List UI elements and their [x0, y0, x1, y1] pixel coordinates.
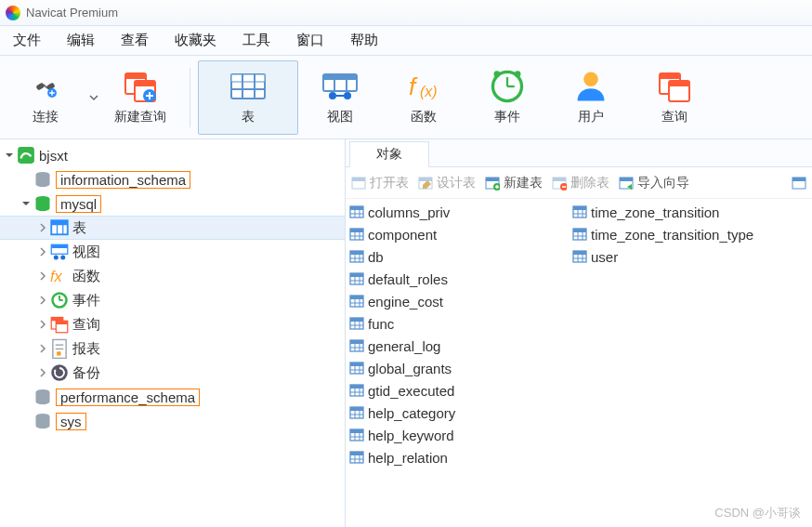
table-item[interactable]: columns_priv	[349, 201, 572, 223]
toolbar-user[interactable]: 用户	[549, 60, 633, 135]
objbar-open[interactable]: 打开表	[351, 175, 409, 191]
tree-sub-event[interactable]: 事件	[0, 288, 345, 312]
toolbar-table[interactable]: 表	[198, 60, 298, 135]
svg-rect-10	[231, 74, 265, 82]
table-item[interactable]: time_zone_transition_type	[572, 223, 753, 245]
toolbar-view[interactable]: 视图	[298, 60, 382, 135]
svg-rect-60	[352, 178, 365, 181]
dropdown-icon[interactable]	[89, 93, 98, 102]
table-item[interactable]: engine_cost	[349, 290, 572, 312]
svg-rect-0	[35, 82, 45, 90]
tree-db-sys-label: sys	[56, 413, 86, 430]
table-item[interactable]: component	[349, 223, 572, 245]
toolbar-new-query[interactable]: 新建查询	[98, 60, 182, 135]
tree-db-mysql-label: mysql	[56, 195, 101, 213]
toolbar-event[interactable]: 事件	[465, 60, 549, 135]
objbar-design-label: 设计表	[437, 175, 476, 191]
collapse-icon	[5, 151, 14, 160]
table-item-label: general_log	[368, 338, 440, 354]
table-icon	[50, 219, 69, 236]
tree-db-sys[interactable]: sys	[0, 409, 345, 433]
tree-db-info[interactable]: information_schema	[0, 167, 345, 191]
watermark: CSDN @小哥谈	[714, 505, 801, 521]
table-item[interactable]: default_roles	[349, 268, 572, 290]
tree-connection[interactable]: bjsxt	[0, 143, 345, 167]
objbar-delete[interactable]: 删除表	[552, 175, 609, 191]
query-icon	[50, 315, 69, 334]
toolbar-new-query-label: 新建查询	[114, 109, 166, 125]
table-item[interactable]: gtid_executed	[349, 379, 572, 402]
tree-db-mysql[interactable]: mysql	[0, 191, 345, 216]
toolbar-connect[interactable]: 连接	[4, 60, 87, 135]
database-icon	[33, 170, 52, 189]
menu-file[interactable]: 文件	[0, 32, 54, 49]
table-item[interactable]: user	[572, 245, 753, 268]
svg-rect-100	[350, 318, 363, 322]
tree-db-perf[interactable]: performance_schema	[0, 385, 345, 409]
table-item[interactable]: time_zone_transition	[572, 201, 753, 223]
svg-rect-120	[350, 407, 363, 411]
clock-icon	[489, 68, 526, 105]
toolbar-connect-label: 连接	[33, 109, 59, 125]
svg-rect-71	[620, 178, 633, 181]
main-area: bjsxt information_schema mysql 表 视图 fx 函…	[0, 139, 812, 527]
svg-text:f: f	[409, 72, 418, 100]
object-list: columns_privcomponentdbdefault_rolesengi…	[346, 199, 812, 527]
tree-db-perf-label: performance_schema	[56, 389, 200, 406]
table-item[interactable]: func	[349, 312, 572, 335]
toolbar-function[interactable]: f (x) 函数	[382, 60, 465, 135]
svg-rect-145	[573, 251, 586, 255]
svg-rect-80	[350, 229, 363, 232]
objbar-design[interactable]: 设计表	[418, 175, 476, 191]
tree-sub-query-label: 查询	[72, 316, 100, 334]
menu-view[interactable]: 查看	[108, 32, 162, 49]
expand-icon	[38, 271, 47, 281]
toolbar-query-label: 查询	[661, 109, 688, 125]
table-item-label: time_zone_transition_type	[591, 227, 753, 243]
objbar-import[interactable]: 导入向导	[619, 175, 689, 191]
table-item[interactable]: help_keyword	[349, 424, 572, 446]
svg-rect-90	[350, 273, 363, 277]
objbar-more[interactable]	[792, 176, 806, 191]
table-item[interactable]: global_grants	[349, 357, 572, 379]
expand-icon	[38, 247, 47, 257]
menu-window[interactable]: 窗口	[283, 32, 337, 49]
tab-objects[interactable]: 对象	[349, 141, 429, 167]
tree-sub-table[interactable]: 表	[0, 216, 345, 240]
tree-sub-function[interactable]: fx 函数	[0, 264, 345, 288]
right-panel: 对象 打开表 设计表 新建表 删除表 导入向导	[346, 139, 812, 527]
objbar-delete-label: 删除表	[570, 175, 609, 191]
svg-point-28	[583, 72, 598, 86]
svg-point-25	[515, 71, 521, 77]
menu-edit[interactable]: 编辑	[54, 32, 108, 49]
objbar-open-label: 打开表	[370, 175, 409, 191]
expand-icon	[38, 368, 47, 377]
table-design-icon	[418, 176, 433, 191]
tree-sub-view[interactable]: 视图	[0, 240, 345, 264]
table-item[interactable]: db	[349, 245, 572, 268]
table-item[interactable]: help_relation	[349, 446, 572, 468]
query-icon	[122, 68, 159, 105]
svg-rect-7	[135, 81, 155, 86]
tree-sub-report[interactable]: 报表	[0, 336, 345, 361]
svg-rect-115	[350, 385, 363, 389]
menu-tools[interactable]: 工具	[229, 32, 283, 49]
svg-rect-67	[553, 178, 566, 181]
menu-favorites[interactable]: 收藏夹	[162, 32, 229, 49]
table-item[interactable]: general_log	[349, 335, 572, 357]
svg-point-24	[494, 71, 501, 77]
tree-sub-backup[interactable]: 备份	[0, 361, 345, 385]
table-item-label: help_category	[368, 405, 455, 421]
table-item-label: default_roles	[368, 271, 448, 287]
svg-text:fx: fx	[50, 268, 63, 284]
tree-sub-query[interactable]: 查询	[0, 312, 345, 336]
svg-rect-55	[57, 351, 60, 355]
tree-panel: bjsxt information_schema mysql 表 视图 fx 函…	[0, 139, 346, 527]
svg-rect-32	[669, 81, 689, 86]
table-item[interactable]: help_category	[349, 402, 572, 424]
toolbar-query[interactable]: 查询	[633, 60, 716, 135]
table-import-icon	[619, 176, 634, 191]
objbar-new[interactable]: 新建表	[485, 175, 543, 191]
menu-help[interactable]: 帮助	[337, 32, 391, 49]
expand-icon	[38, 296, 47, 305]
